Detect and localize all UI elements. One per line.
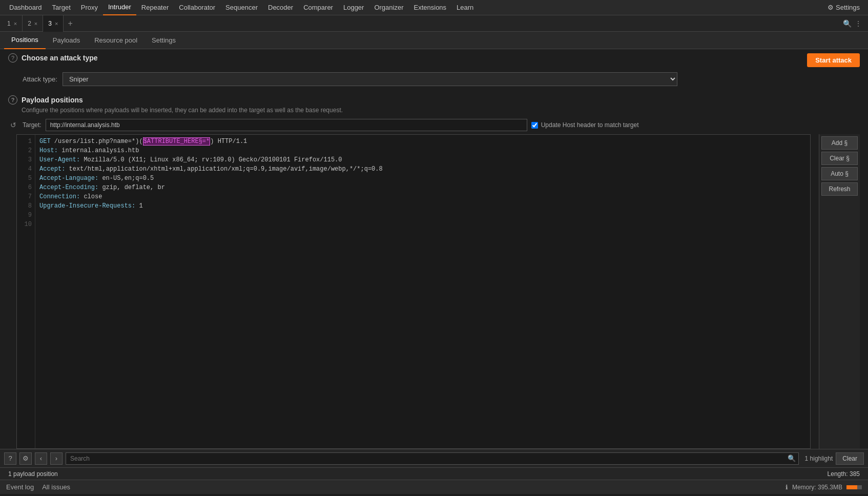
nav-organizer[interactable]: Organizer — [369, 0, 408, 15]
attack-type-help-icon[interactable]: ? — [8, 53, 17, 63]
settings-icon-bottom[interactable]: ⚙ — [19, 452, 32, 465]
more-options-icon[interactable]: ⋮ — [855, 19, 862, 28]
highlight-count: 1 highlight — [805, 455, 833, 462]
sub-tabs: Positions Payloads Resource pool Setting… — [0, 32, 868, 49]
tabs-row: 1 × 2 × 3 × + 🔍 ⋮ — [0, 15, 868, 32]
tab-3-close[interactable]: × — [55, 20, 58, 27]
tab-1-close[interactable]: × — [14, 20, 17, 27]
update-host-checkbox[interactable] — [531, 122, 538, 129]
payload-count: 1 payload position — [8, 470, 58, 478]
nav-decoder[interactable]: Decoder — [263, 0, 298, 15]
tab-2[interactable]: 2 × — [23, 15, 43, 32]
attack-type-label: Attack type: — [23, 75, 57, 83]
nav-proxy[interactable]: Proxy — [76, 0, 103, 15]
side-buttons: Add § Clear § Auto § Refresh — [819, 134, 860, 449]
all-issues-link[interactable]: All issues — [42, 483, 70, 491]
tab-2-close[interactable]: × — [34, 20, 37, 27]
target-refresh-icon[interactable]: ↺ — [8, 121, 18, 129]
start-attack-button[interactable]: Start attack — [807, 53, 860, 67]
refresh-button[interactable]: Refresh — [821, 182, 858, 196]
attack-type-title: Choose an attack type — [22, 54, 98, 62]
subtab-positions[interactable]: Positions — [4, 32, 46, 49]
payload-positions-desc: Configure the positions where payloads w… — [8, 107, 860, 114]
target-input[interactable] — [46, 119, 527, 131]
tab-1[interactable]: 1 × — [2, 15, 23, 32]
attack-type-select[interactable]: Sniper Battering ram Pitchfork Cluster b… — [63, 72, 677, 86]
search-icon-bottom: 🔍 — [788, 454, 796, 462]
back-icon[interactable]: ‹ — [35, 452, 47, 465]
payload-positions-title-row: ? Payload positions — [8, 95, 860, 105]
target-label: Target: — [23, 121, 42, 129]
update-host-label: Update Host header to match target — [541, 121, 639, 129]
auto-section-button[interactable]: Auto § — [821, 167, 858, 180]
bottom-toolbar: ? ⚙ ‹ › 🔍 1 highlight Clear — [0, 449, 868, 467]
nav-target[interactable]: Target — [47, 0, 76, 15]
nav-comparer[interactable]: Comparer — [298, 0, 338, 15]
length-info: Length: 385 — [828, 470, 860, 478]
forward-icon[interactable]: › — [50, 452, 63, 465]
tab-3[interactable]: 3 × — [43, 15, 64, 32]
nav-sequencer[interactable]: Sequencer — [220, 0, 263, 15]
update-host-row: Update Host header to match target — [531, 121, 639, 129]
payload-positions-header: ? Payload positions Configure the positi… — [0, 91, 868, 116]
status-right: ℹ Memory: 395.3MB — [786, 484, 862, 491]
request-editor[interactable]: 1 2 3 4 5 6 7 8 9 10 GET /users/list.php… — [16, 134, 811, 449]
payload-positions-help-icon[interactable]: ? — [8, 95, 17, 105]
clear-section-button[interactable]: Clear § — [821, 152, 858, 165]
memory-icon: ℹ — [786, 484, 788, 491]
subtab-payloads[interactable]: Payloads — [46, 32, 87, 49]
subtab-resource-pool[interactable]: Resource pool — [87, 32, 144, 49]
top-navigation: Dashboard Target Proxy Intruder Repeater… — [0, 0, 868, 15]
payload-positions-title: Payload positions — [22, 96, 83, 104]
line-numbers: 1 2 3 4 5 6 7 8 9 10 — [17, 135, 35, 448]
search-icon[interactable]: 🔍 — [843, 19, 852, 28]
search-input[interactable] — [66, 452, 799, 465]
nav-collaborator[interactable]: Collaborator — [174, 0, 220, 15]
nav-repeater[interactable]: Repeater — [136, 0, 174, 15]
subtab-settings[interactable]: Settings — [144, 32, 183, 49]
add-section-button[interactable]: Add § — [821, 136, 858, 150]
clear-search-button[interactable]: Clear — [836, 452, 864, 465]
status-left: Event log All issues — [6, 483, 70, 491]
main-content: ? Choose an attack type Start attack Att… — [0, 49, 868, 480]
settings-button[interactable]: ⚙ Settings — [823, 4, 864, 11]
target-row: ↺ Target: Update Host header to match ta… — [0, 116, 868, 134]
gear-icon: ⚙ — [828, 4, 834, 11]
memory-label: Memory: 395.3MB — [792, 484, 842, 491]
tab-add-button[interactable]: + — [64, 19, 76, 28]
nav-extensions[interactable]: Extensions — [409, 0, 452, 15]
nav-logger[interactable]: Logger — [338, 0, 369, 15]
event-log-link[interactable]: Event log — [6, 483, 34, 491]
payload-positions-section: ? Payload positions Configure the positi… — [0, 91, 868, 480]
nav-learn[interactable]: Learn — [451, 0, 479, 15]
nav-intruder[interactable]: Intruder — [103, 0, 136, 15]
nav-dashboard[interactable]: Dashboard — [4, 0, 47, 15]
memory-indicator — [846, 485, 862, 489]
help-icon-bottom[interactable]: ? — [4, 452, 16, 465]
attack-type-row: Attack type: Sniper Battering ram Pitchf… — [0, 70, 868, 91]
settings-label: Settings — [836, 4, 860, 11]
editor-content[interactable]: GET /users/list.php?name=*)($ATTRIBUTE_H… — [35, 135, 810, 448]
status-bar: Event log All issues ℹ Memory: 395.3MB — [0, 480, 868, 494]
